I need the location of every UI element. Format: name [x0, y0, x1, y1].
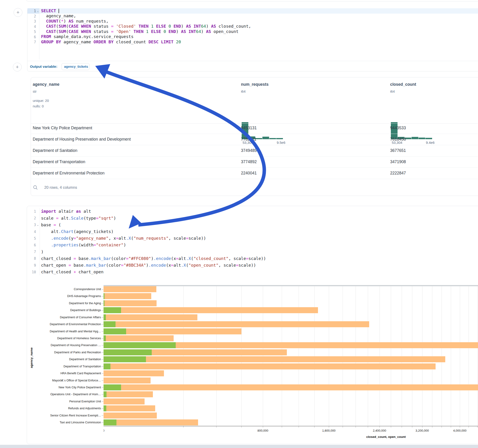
- line-number: 2: [27, 14, 36, 19]
- code-token: SUM: [59, 24, 66, 29]
- code-token: .encode: [149, 263, 166, 268]
- code-token: 'Open': [116, 29, 131, 34]
- row-separator: [31, 179, 478, 179]
- code-token: SUM: [59, 29, 66, 34]
- column-header[interactable]: agency_name: [33, 82, 59, 87]
- code-line[interactable]: COUNT(*) AS num_requests,: [41, 19, 109, 24]
- value-cell: 3749485: [241, 148, 257, 153]
- code-token: CASE: [69, 29, 78, 34]
- code-token: alt: [178, 256, 186, 261]
- code-token: alt: [119, 236, 126, 241]
- code-token: AS: [186, 24, 191, 29]
- code-line[interactable]: scale = alt.Scale(type="sqrt"): [41, 215, 116, 221]
- cell-footer-divider: [27, 61, 478, 61]
- code-token: chart_closed: [41, 256, 74, 261]
- code-token: [143, 29, 146, 34]
- code-token: (y: [69, 236, 74, 241]
- line-number: 5: [27, 236, 36, 241]
- gridline: [343, 286, 343, 426]
- code-line[interactable]: agency_name,: [41, 13, 76, 19]
- fold-chevron-icon[interactable]: ⌄: [37, 223, 39, 227]
- bar-closed-count: [104, 370, 164, 376]
- line-number: 4: [27, 24, 36, 29]
- bar-open-count: [104, 391, 107, 397]
- active-line-highlight: [27, 8, 478, 14]
- column-header[interactable]: num_requests: [241, 82, 269, 87]
- code-token: [113, 29, 116, 34]
- y-tick-label: Department of Housing Preservation …: [0, 344, 101, 347]
- add-cell-button[interactable]: +: [13, 63, 22, 71]
- table-row-count: 20 rows, 4 columns: [44, 185, 77, 190]
- code-token: WHEN: [81, 29, 91, 34]
- code-token: (: [59, 19, 61, 24]
- code-token: INT: [189, 29, 196, 34]
- column-header[interactable]: closed_count: [390, 82, 416, 87]
- bar-open-count: [104, 314, 106, 320]
- y-tick-label: Taxi and Limousine Commission: [0, 421, 101, 424]
- code-token: =: [111, 29, 114, 34]
- line-number: 7: [27, 40, 36, 45]
- code-line[interactable]: import altair as alt: [41, 208, 91, 215]
- code-token: [166, 24, 169, 29]
- code-token: ): [64, 19, 69, 24]
- code-token: ): [206, 24, 211, 29]
- code-token: ): [113, 216, 116, 221]
- code-line[interactable]: ): [41, 249, 44, 255]
- code-line[interactable]: SELECT: [41, 8, 59, 14]
- code-token: "agency_name": [76, 236, 109, 241]
- fold-chevron-icon[interactable]: ⌄: [37, 9, 39, 13]
- search-icon[interactable]: [33, 185, 38, 190]
- code-token: THEN: [138, 24, 149, 29]
- code-token: (color: [106, 263, 121, 268]
- code-line[interactable]: base = (: [41, 221, 61, 228]
- line-number: 7: [27, 249, 36, 255]
- code-token: (type: [83, 216, 96, 221]
- x-tick-label: 3,200,000: [415, 429, 429, 432]
- code-line[interactable]: GROUP BY agency_name ORDER BY closed_cou…: [41, 39, 181, 45]
- code-line[interactable]: .properties(width="container"): [41, 242, 126, 248]
- bar-open-count: [104, 342, 176, 348]
- add-cell-button[interactable]: +: [14, 8, 22, 17]
- output-variable-pill[interactable]: agency_tickets: [62, 63, 89, 70]
- code-line[interactable]: FROM sample_data.nyc.service_requests: [41, 34, 133, 39]
- code-token: .mark_bar: [83, 263, 106, 268]
- code-token: agency_name,: [41, 13, 76, 18]
- output-variable-value: agency_tickets: [62, 63, 88, 70]
- code-token: altair: [56, 209, 76, 214]
- code-line[interactable]: chart_closed + chart_open: [41, 268, 104, 275]
- gridline: [356, 286, 356, 426]
- code-line[interactable]: .encode(y="agency_name", x=alt.X("num_re…: [41, 235, 206, 242]
- value-cell: 7782211: [241, 137, 256, 142]
- code-token: .mark_bar: [88, 256, 111, 261]
- code-token: ): [176, 29, 181, 34]
- y-tick: [102, 331, 103, 332]
- line-number: 4: [27, 229, 36, 234]
- gridline: [422, 286, 422, 426]
- code-line[interactable]: alt.Chart(agency_tickets): [41, 228, 113, 235]
- code-token: INT: [194, 24, 201, 29]
- code-token: =: [236, 263, 239, 268]
- code-token: , scale: [228, 256, 246, 261]
- bar-closed-count: [104, 300, 157, 306]
- code-line[interactable]: CAST(SUM(CASE WHEN status = 'Open' THEN …: [41, 29, 239, 34]
- code-line[interactable]: CAST(SUM(CASE WHEN status = 'Closed' THE…: [41, 24, 251, 29]
- y-tick: [102, 416, 103, 416]
- code-token: =: [94, 243, 96, 247]
- y-tick-label: HRA Benefit Card Replacement: [0, 372, 101, 375]
- code-token: ): [181, 24, 186, 29]
- code-token: WHEN: [81, 24, 91, 29]
- line-number: 1: [27, 8, 36, 14]
- code-line[interactable]: chart_open = base.mark_bar(color="#8BC34…: [41, 262, 256, 268]
- code-token: 1: [146, 29, 149, 34]
- bar-closed-count: [104, 314, 197, 320]
- code-line[interactable]: chart_closed = base.mark_bar(color="#FFC…: [41, 255, 266, 262]
- code-token: 'Closed': [116, 24, 136, 29]
- code-token: (: [66, 24, 69, 29]
- code-token: agency_name: [61, 39, 94, 44]
- y-tick-label: Senior Citizen Rent Increase Exempti…: [0, 414, 101, 417]
- y-tick: [102, 367, 103, 367]
- code-token: status: [91, 24, 111, 29]
- chart-top-rule: [104, 285, 478, 286]
- code-token: (: [56, 29, 59, 34]
- code-token: status: [91, 29, 111, 34]
